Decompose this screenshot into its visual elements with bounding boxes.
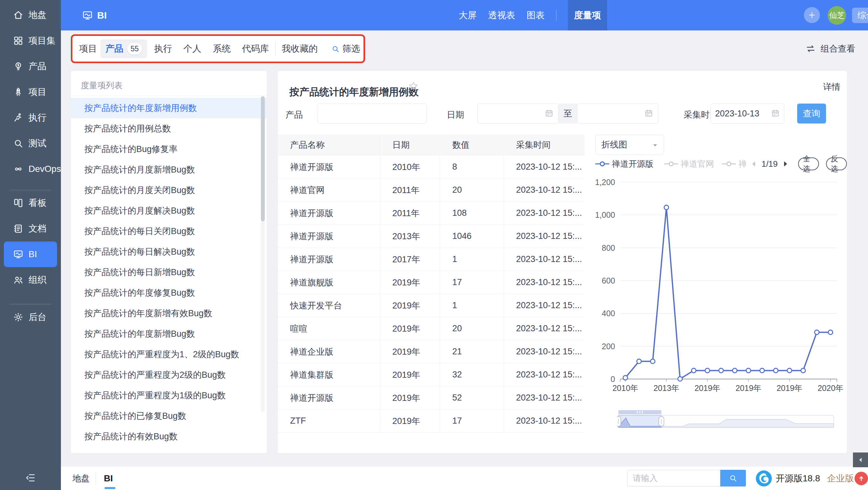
- table-row[interactable]: 禅道官网2011年202023-10-12 15:...: [278, 179, 585, 202]
- table-row[interactable]: 禅道开源版2013年10462023-10-12 15:...: [278, 225, 585, 248]
- sidebar-item-label: 产品: [29, 60, 46, 72]
- metric-list-item[interactable]: 按产品统计的严重程度为1、2级的Bug数: [71, 344, 267, 365]
- combine-view-button[interactable]: 组合查看: [805, 34, 855, 63]
- upgrade-arrow-badge[interactable]: [855, 472, 868, 485]
- metric-list-item[interactable]: 按产品统计的年度新增Bug数: [71, 324, 267, 344]
- metric-list-item[interactable]: 按产品统计的Bug修复率: [71, 139, 267, 159]
- table-cell: 1046: [440, 225, 504, 248]
- legend-item[interactable]: 禅道开源版: [595, 158, 654, 170]
- metric-list-item[interactable]: 按产品统计的已修复Bug数: [71, 406, 267, 426]
- date-to-input[interactable]: [577, 103, 658, 123]
- search-button[interactable]: [720, 470, 746, 487]
- metric-list-item[interactable]: 按产品统计的每日解决Bug数: [71, 242, 267, 262]
- column-header: 数值: [440, 135, 504, 155]
- query-button[interactable]: 查询: [797, 103, 826, 123]
- metric-list-item[interactable]: 按产品统计的有效Bug数: [71, 426, 267, 447]
- tab-2[interactable]: 执行: [154, 43, 172, 55]
- date-from-input[interactable]: [477, 103, 559, 123]
- table-row[interactable]: 禅道开源版2010年82023-10-12 15:...: [278, 156, 585, 179]
- metric-list-item[interactable]: 按产品统计的每日关闭Bug数: [71, 221, 267, 242]
- metric-list-item[interactable]: 按产品统计的月度解决Bug数: [71, 201, 267, 221]
- search-input[interactable]: [627, 470, 720, 487]
- tab-label: 代码库: [242, 43, 269, 55]
- magnifier-icon: [13, 138, 24, 149]
- sidebar-item-runner[interactable]: 执行: [0, 105, 61, 130]
- app-logo[interactable]: BI: [82, 0, 107, 30]
- table-row[interactable]: 禅道集群版2019年322023-10-12 15:...: [278, 363, 585, 387]
- datazoom-slider[interactable]: [617, 409, 838, 432]
- scrollbar-thumb[interactable]: [261, 96, 265, 221]
- select-all-button[interactable]: 全选: [798, 157, 819, 170]
- product-filter-input[interactable]: [318, 103, 427, 123]
- metric-list-item[interactable]: 按产品统计的每日新增Bug数: [71, 262, 267, 282]
- bottom-tab-bi[interactable]: BI: [104, 467, 113, 490]
- table-row[interactable]: 禅道开源版2011年1082023-10-12 15:...: [278, 202, 585, 225]
- metric-list-item[interactable]: 按产品统计的年度新增有效Bug数: [71, 303, 267, 324]
- chart-type-select[interactable]: 折线图: [595, 135, 664, 155]
- table-row[interactable]: 快速开发平台2019年12023-10-12 15:...: [278, 294, 585, 317]
- tab-3[interactable]: 个人: [183, 43, 201, 55]
- tab-5[interactable]: 代码库: [242, 43, 269, 55]
- sidebar-item-grid[interactable]: 项目集: [0, 28, 61, 54]
- metric-list-item[interactable]: 按产品统计的年度修复Bug数: [71, 282, 267, 303]
- metric-list-item[interactable]: 按产品统计的月度新增Bug数: [71, 159, 267, 180]
- metric-list-item[interactable]: 按产品统计的年度新增用例数: [71, 98, 267, 118]
- tab-1[interactable]: 产品55: [100, 39, 147, 58]
- sidebar-item-bulb[interactable]: 产品: [0, 54, 61, 79]
- legend-item[interactable]: 禅道官网: [664, 158, 714, 170]
- table-cell: 2017年: [380, 248, 440, 271]
- table-row[interactable]: 喧喧2019年202023-10-12 15:...: [278, 317, 585, 340]
- table-cell: 2019年: [380, 294, 440, 317]
- create-button[interactable]: [804, 7, 820, 23]
- workspace-switch-button[interactable]: 综合研发界面: [852, 8, 868, 23]
- collect-time-input[interactable]: [710, 103, 784, 123]
- table-cell: 2019年: [380, 317, 440, 340]
- bottom-tab-dipan[interactable]: 地盘: [72, 467, 90, 490]
- legend-next-icon[interactable]: [781, 160, 789, 168]
- legend-page-indicator: 1/19: [761, 159, 778, 169]
- sidebar-item-monitor[interactable]: BI: [4, 242, 57, 267]
- sidebar-collapse-button[interactable]: [23, 470, 38, 486]
- sidebar-item-label: 测试: [29, 137, 46, 149]
- datazoom-control[interactable]: [617, 409, 838, 432]
- metric-list-item[interactable]: 按产品统计的严重程度为1级的Bug数: [71, 385, 267, 406]
- table-row[interactable]: ZTF2019年172023-10-12 15:...: [278, 409, 585, 433]
- svg-text:400: 400: [602, 309, 615, 318]
- sidebar-item-gear[interactable]: 后台: [0, 304, 61, 330]
- right-panel-toggle[interactable]: [853, 453, 868, 467]
- tab-0[interactable]: 项目: [79, 43, 97, 55]
- sidebar-item-rocket[interactable]: 项目: [0, 79, 61, 105]
- header-nav-item[interactable]: 大屏: [459, 9, 477, 22]
- metric-list-item[interactable]: 按产品统计的严重程度为2级的Bug数: [71, 365, 267, 385]
- upgrade-link[interactable]: 企业版: [827, 467, 854, 490]
- sidebar-item-magnifier[interactable]: 测试: [0, 130, 61, 156]
- table-row[interactable]: 禅道旗舰版2019年172023-10-12 15:...: [278, 271, 585, 294]
- metric-list-item[interactable]: 按产品统计的月度关闭Bug数: [71, 180, 267, 201]
- table-row[interactable]: 禅道开源版2019年522023-10-12 15:...: [278, 387, 585, 409]
- header-nav-item[interactable]: 透视表: [488, 9, 515, 22]
- legend-label: 禅: [739, 158, 746, 170]
- header-nav-item[interactable]: 图表: [527, 9, 545, 22]
- favorite-star-icon[interactable]: [408, 81, 419, 92]
- tab-6[interactable]: 我收藏的: [282, 43, 318, 55]
- table-row[interactable]: 禅道开源版2017年12023-10-12 15:...: [278, 248, 585, 271]
- sidebar-item-home[interactable]: 地盘: [0, 2, 61, 28]
- sidebar-item-infinity[interactable]: DevOps: [0, 156, 61, 182]
- invert-select-button[interactable]: 反选: [826, 157, 847, 170]
- doc-icon: [13, 223, 24, 234]
- legend-item[interactable]: 禅: [722, 158, 746, 170]
- legend-prev-icon[interactable]: [750, 160, 758, 168]
- tab-filter[interactable]: 筛选: [331, 43, 360, 55]
- table-cell: 2023-10-12 15:...: [504, 340, 585, 363]
- sidebar-item-doc[interactable]: 文档: [0, 216, 61, 242]
- metric-list-item[interactable]: 按产品统计的用例总数: [71, 118, 267, 139]
- table-row[interactable]: 禅道企业版2019年212023-10-12 15:...: [278, 340, 585, 363]
- tab-4[interactable]: 系统: [213, 43, 231, 55]
- sidebar-items: 地盘项目集产品项目执行测试DevOps看板文档BI组织后台: [0, 0, 61, 330]
- detail-link[interactable]: 详情: [823, 81, 840, 93]
- sidebar-item-people[interactable]: 组织: [0, 267, 61, 293]
- avatar[interactable]: 仙芝: [828, 6, 846, 25]
- header-nav-item[interactable]: 度量项: [568, 0, 607, 30]
- sidebar-item-kanban[interactable]: 看板: [0, 190, 61, 216]
- infinity-icon: [13, 163, 24, 175]
